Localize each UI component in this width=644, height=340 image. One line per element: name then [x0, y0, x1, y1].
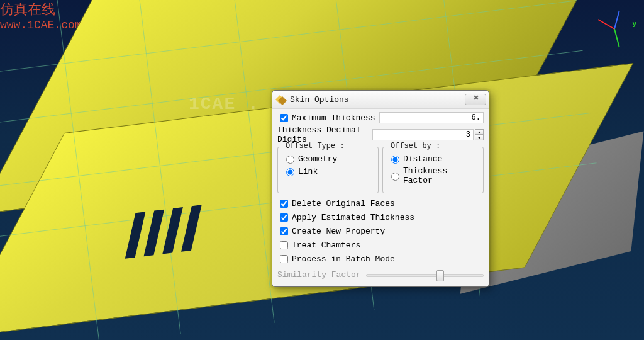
apply-estimated-thickness-checkbox[interactable]: [280, 213, 288, 222]
offset-type-link-radio[interactable]: [286, 168, 294, 176]
treat-chamfers-label: Treat Chamfers: [292, 241, 360, 250]
offset-by-distance-label: Distance: [403, 154, 442, 164]
create-new-property-label: Create New Property: [292, 227, 385, 236]
dialog-titlebar[interactable]: Skin Options: [272, 91, 489, 109]
offset-by-legend: Offset by :: [388, 142, 443, 150]
offset-by-group: Offset by : Distance Thickness Factor: [382, 147, 484, 193]
offset-by-distance-radio[interactable]: [391, 156, 399, 164]
spinner-up-icon[interactable]: ▲: [475, 129, 484, 135]
max-thickness-checkbox[interactable]: [280, 114, 288, 122]
offset-type-geometry-label: Geometry: [298, 154, 337, 164]
similarity-factor-label: Similarity Factor: [277, 270, 361, 280]
apply-estimated-thickness-label: Apply Estimated Thickness: [292, 213, 414, 222]
axis-y-label: y: [632, 20, 636, 28]
offset-type-geometry-radio[interactable]: [286, 156, 294, 164]
max-thickness-input[interactable]: [379, 112, 484, 123]
decimal-digits-input[interactable]: [372, 129, 474, 140]
treat-chamfers-checkbox[interactable]: [280, 241, 288, 249]
create-new-property-checkbox[interactable]: [280, 227, 288, 235]
skin-options-dialog: Skin Options Maximum Thickness Thickness…: [272, 90, 489, 287]
axis-triad: y: [595, 4, 639, 48]
offset-type-link-label: Link: [298, 167, 318, 176]
offset-type-legend: Offset Type :: [283, 142, 347, 150]
delete-original-faces-label: Delete Original Faces: [292, 199, 395, 208]
skin-options-icon: [276, 94, 286, 105]
offset-by-thickness-factor-radio[interactable]: [391, 173, 399, 181]
offset-type-group: Offset Type : Geometry Link: [277, 147, 379, 193]
process-in-batch-label: Process in Batch Mode: [292, 254, 395, 264]
decimal-digits-spinner[interactable]: ▲ ▼: [475, 129, 484, 140]
similarity-factor-slider[interactable]: [366, 269, 484, 280]
slider-thumb[interactable]: [436, 270, 444, 281]
offset-by-thickness-factor-label: Thickness Factor: [403, 166, 478, 185]
process-in-batch-checkbox[interactable]: [280, 255, 288, 263]
max-thickness-label: Maximum Thickness: [292, 113, 375, 123]
dialog-title: Skin Options: [290, 95, 465, 105]
delete-original-faces-checkbox[interactable]: [280, 200, 288, 208]
spinner-down-icon[interactable]: ▼: [475, 135, 484, 140]
close-button[interactable]: [465, 94, 486, 105]
